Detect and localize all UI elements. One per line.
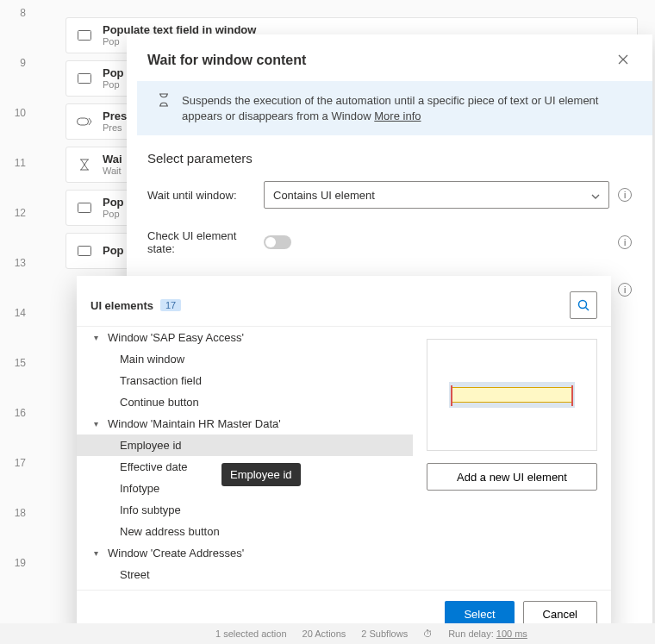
line-number: 9	[20, 57, 26, 69]
element-preview	[427, 339, 597, 451]
step-title: Pop	[103, 66, 124, 80]
step-title: Wai	[103, 153, 122, 166]
tree-leaf-selected[interactable]: Employee id	[77, 435, 413, 456]
status-actions: 20 Actions	[303, 628, 346, 639]
step-title: Pop	[103, 244, 124, 258]
ui-element-tree[interactable]: ▾Window 'SAP Easy Access' Main window Tr…	[77, 327, 413, 590]
add-ui-element-button[interactable]: Add a new UI element	[427, 463, 597, 491]
hourglass-icon	[77, 157, 92, 172]
line-number: 8	[20, 7, 26, 19]
window-icon	[77, 243, 92, 259]
tree-leaf[interactable]: Transaction field	[77, 370, 413, 391]
line-number: 13	[15, 257, 26, 269]
chevron-down-icon: ▾	[94, 419, 103, 428]
svg-rect-0	[78, 31, 91, 41]
param-check-state: Check UI element state: i	[127, 222, 652, 269]
tree-leaf[interactable]: Continue button	[77, 391, 413, 413]
status-delay-value[interactable]: 100 ms	[496, 628, 527, 639]
preview-field-icon	[452, 387, 572, 403]
status-delay-label: Run delay:	[448, 628, 494, 639]
line-number: 14	[15, 307, 26, 319]
tree-leaf[interactable]: New address button	[77, 521, 413, 542]
section-header: Select parameters	[127, 135, 652, 174]
svg-rect-2	[78, 118, 89, 125]
info-banner: Suspends the execution of the automation…	[137, 81, 652, 135]
hourglass-icon	[158, 93, 172, 123]
window-icon	[77, 200, 92, 216]
svg-rect-3	[78, 203, 91, 213]
element-count-badge: 17	[160, 299, 181, 311]
wait-until-select[interactable]: Contains UI element	[264, 181, 609, 209]
line-number: 17	[15, 457, 26, 469]
cursor-icon	[77, 114, 92, 129]
step-sub: Pop	[103, 209, 124, 220]
tooltip: Employee id	[221, 463, 301, 486]
line-number-gutter: 8 9 10 11 12 13 14 15 16 17 18 19	[0, 0, 34, 644]
window-icon	[77, 28, 92, 43]
svg-rect-4	[78, 247, 91, 256]
svg-rect-1	[78, 74, 91, 84]
picker-title: UI elements	[90, 299, 153, 312]
timer-icon: ⏱	[423, 628, 433, 639]
status-bar: 1 selected action 20 Actions 2 Subflows …	[0, 623, 655, 644]
param-label: Wait until window:	[147, 189, 255, 202]
line-number: 16	[15, 407, 26, 419]
status-selected: 1 selected action	[215, 628, 287, 639]
close-button[interactable]	[614, 50, 632, 71]
tree-group[interactable]: ▾Window 'Maintain HR Master Data'	[77, 413, 413, 435]
select-value: Contains UI element	[273, 189, 375, 202]
window-icon	[77, 71, 92, 86]
step-sub: Wait	[103, 166, 122, 177]
search-button[interactable]	[570, 291, 597, 319]
step-sub: Pres	[103, 122, 127, 134]
step-title: Pop	[103, 196, 124, 209]
chevron-down-icon: ▾	[94, 333, 103, 342]
tree-group[interactable]: ▾Window 'Create Addresses'	[77, 542, 413, 564]
chevron-down-icon: ▾	[94, 548, 103, 558]
line-number: 12	[15, 207, 26, 219]
status-subflows: 2 Subflows	[361, 628, 408, 639]
tree-leaf[interactable]: Info subtype	[77, 499, 413, 521]
tree-leaf[interactable]: Street	[77, 564, 413, 585]
check-state-toggle[interactable]	[264, 235, 291, 249]
tree-group[interactable]: ▾Window 'SAP Easy Access'	[77, 327, 413, 348]
param-wait-until: Wait until window: Contains UI element i	[127, 174, 652, 222]
info-text: Suspends the execution of the automation…	[182, 93, 632, 123]
step-title: Pres	[103, 109, 127, 123]
line-number: 19	[15, 557, 26, 569]
line-number: 11	[15, 157, 26, 169]
info-icon[interactable]: i	[618, 235, 632, 249]
tree-leaf[interactable]: Main window	[77, 348, 413, 370]
svg-point-11	[579, 301, 587, 309]
tree-leaf[interactable]: City	[77, 585, 413, 590]
more-info-link[interactable]: More info	[374, 109, 421, 122]
ui-element-picker: UI elements 17 ▾Window 'SAP Easy Access'…	[77, 276, 611, 638]
svg-line-12	[586, 308, 590, 311]
line-number: 10	[15, 107, 26, 119]
dialog-title: Wait for window content	[147, 53, 306, 68]
chevron-down-icon	[591, 189, 600, 202]
step-sub: Pop	[103, 79, 124, 91]
line-number: 15	[15, 357, 26, 369]
line-number: 18	[15, 507, 26, 519]
param-label: Check UI element state:	[147, 229, 255, 255]
info-icon[interactable]: i	[618, 283, 632, 297]
info-icon[interactable]: i	[618, 188, 632, 202]
